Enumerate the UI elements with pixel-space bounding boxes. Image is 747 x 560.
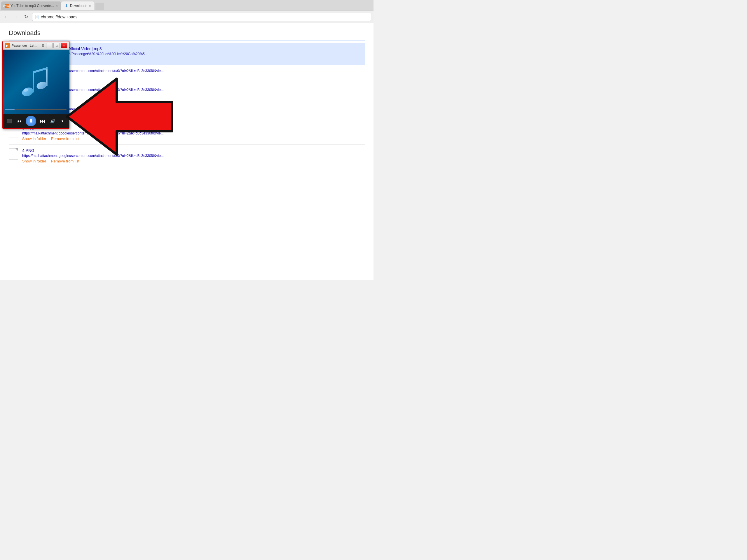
tab-downloads[interactable]: ⬇ Downloads × xyxy=(61,1,95,10)
minimize-button[interactable]: — xyxy=(46,43,53,48)
download-filename-link[interactable]: 5.PNG xyxy=(22,126,365,130)
file-icon xyxy=(9,148,18,160)
tab-youtube-label: YouTube to mp3 Converte... xyxy=(10,4,54,8)
expand-icon: ⊞ xyxy=(42,44,44,48)
reload-button[interactable]: ↻ xyxy=(22,13,30,21)
address-text: chrome://downloads xyxy=(41,15,77,19)
download-info: 4.PNG https://mail-attachment.googleuser… xyxy=(22,148,365,163)
svg-rect-1 xyxy=(33,72,34,92)
player-window-controls: — □ ✕ xyxy=(46,43,67,48)
player-titlebar: ▶ Passenger - Let Her Go [Official Vi...… xyxy=(3,42,69,50)
player-progress-fill xyxy=(5,109,15,110)
download-item: 4.PNG https://mail-attachment.googleuser… xyxy=(9,145,365,167)
browser-tabs: YTmp3 YouTube to mp3 Converte... × ⬇ Dow… xyxy=(0,0,374,10)
new-tab-button[interactable] xyxy=(96,3,104,10)
remove-from-list-link[interactable]: Remove from list xyxy=(51,136,79,141)
volume-button[interactable]: 🔊 xyxy=(49,117,56,125)
volume-arrow[interactable]: ▾ xyxy=(59,117,66,125)
forward-button[interactable]: → xyxy=(12,13,20,21)
download-actions: Show in folder Remove from list xyxy=(22,136,365,141)
download-filename-link[interactable]: Passenger - Let Her Go [Official Video].… xyxy=(22,46,365,51)
pause-button[interactable]: ⏸ xyxy=(26,116,36,126)
svg-rect-3 xyxy=(46,67,48,86)
yt-icon: YTmp3 xyxy=(5,4,9,8)
address-bar[interactable]: 📄 chrome://downloads xyxy=(32,13,371,21)
svg-point-2 xyxy=(35,80,48,91)
music-note-icon xyxy=(18,63,53,101)
show-in-folder-link[interactable]: Show in folder xyxy=(22,159,46,163)
download-url-link[interactable]: https://mail-attachment.googleuserconten… xyxy=(22,131,256,135)
player-app-icon: ▶ xyxy=(5,43,10,48)
download-info: https://mail-attachment.googleuserconten… xyxy=(22,107,365,116)
download-actions: Show in folder Remove from list xyxy=(22,159,365,163)
tab-downloads-close[interactable]: × xyxy=(89,4,91,7)
prev-button[interactable]: ⏮ xyxy=(16,117,23,125)
svg-point-0 xyxy=(21,86,34,98)
tab-youtube-close[interactable]: × xyxy=(56,4,57,7)
page-title: Downloads xyxy=(9,29,365,37)
maximize-button[interactable]: □ xyxy=(53,43,60,48)
player-body xyxy=(3,50,69,114)
download-url-link[interactable]: https://mail-attachment.googleuserconten… xyxy=(22,154,256,158)
player-controls: ⬛ ⏮ ⏸ ⏭ 🔊 ▾ xyxy=(3,114,69,128)
stop-button[interactable]: ⬛ xyxy=(6,117,13,125)
download-filename-link[interactable]: 4.PNG xyxy=(22,148,365,153)
download-info: https://mail-attachment.googleuserconten… xyxy=(22,69,365,78)
svg-marker-4 xyxy=(33,67,48,74)
page-content: Downloads ▶ Passenger - Let Her Go [Offi… xyxy=(0,23,374,280)
player-title: Passenger - Let Her Go [Official Vi... xyxy=(12,44,38,47)
tab-downloads-label: Downloads xyxy=(70,4,87,8)
back-button[interactable]: ← xyxy=(2,13,10,21)
tab-youtube[interactable]: YTmp3 YouTube to mp3 Converte... × xyxy=(1,1,61,10)
player-progress-bar[interactable] xyxy=(5,109,67,110)
next-button[interactable]: ⏭ xyxy=(39,117,46,125)
download-actions: Remove from list xyxy=(22,57,365,61)
download-info: Passenger - Let Her Go [Official Video].… xyxy=(22,46,365,61)
remove-from-list-link[interactable]: Remove from list xyxy=(51,159,79,163)
download-actions: Remove from list xyxy=(22,93,365,98)
download-actions: Show in folder Remove from list xyxy=(22,112,365,116)
page-icon: 📄 xyxy=(35,15,39,19)
download-arrow-icon: ⬇ xyxy=(65,3,68,8)
browser-toolbar: ← → ↻ 📄 chrome://downloads xyxy=(0,10,374,23)
downloads-divider xyxy=(9,40,365,41)
download-info: 5.PNG https://mail-attachment.googleuser… xyxy=(22,126,365,141)
media-player-window: ▶ Passenger - Let Her Go [Official Vi...… xyxy=(2,41,70,129)
download-info: https://mail-attachment.googleuserconten… xyxy=(22,88,365,98)
download-actions: Remove from list xyxy=(22,74,365,78)
close-button[interactable]: ✕ xyxy=(61,43,67,48)
show-in-folder-link[interactable]: Show in folder xyxy=(22,136,46,141)
